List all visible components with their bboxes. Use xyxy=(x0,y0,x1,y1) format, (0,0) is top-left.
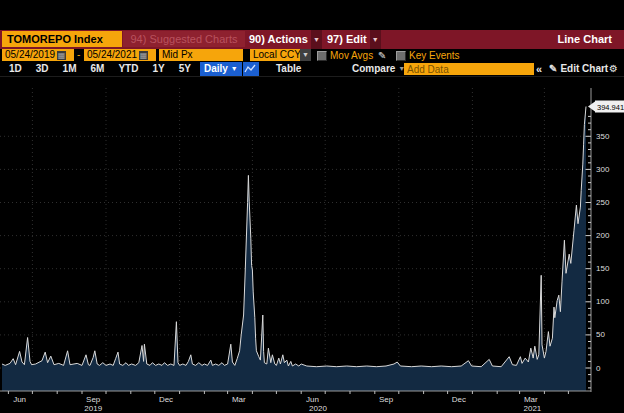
range-tab-6m[interactable]: 6M xyxy=(84,62,112,76)
chart-toolbar: 1D3D1M6MYTD1Y5YMax Daily ▼ Table Compare… xyxy=(0,62,624,77)
currency-select[interactable]: Local CCY xyxy=(250,49,300,61)
area-fill xyxy=(2,107,586,392)
price-line xyxy=(2,107,586,367)
price-field-select[interactable]: Mid Px xyxy=(159,49,243,61)
x-month-label: Sep xyxy=(86,395,101,404)
period-select[interactable]: Daily ▼ xyxy=(200,62,242,76)
chart-svg: 050100150200250300350JunSepDecMarJunSepD… xyxy=(0,76,624,413)
calendar-icon[interactable]: ▦ xyxy=(139,51,148,60)
range-tab-3d[interactable]: 3D xyxy=(29,62,56,76)
last-price-label: 394.941 xyxy=(597,103,624,112)
date-range-dash: - xyxy=(77,49,80,61)
y-tick-label: 200 xyxy=(596,231,610,240)
date-from-field[interactable]: 05/24/2019▦ xyxy=(2,49,74,61)
mov-avgs-checkbox[interactable] xyxy=(317,51,327,61)
mov-avgs-pencil-icon[interactable]: ✎ xyxy=(378,49,386,62)
x-month-label: Jun xyxy=(13,395,26,404)
caret-down-icon: ▼ xyxy=(311,30,322,49)
y-tick-label: 350 xyxy=(596,132,610,141)
range-tab-ytd[interactable]: YTD xyxy=(111,62,145,76)
x-year-label: 2021 xyxy=(524,404,542,413)
x-year-label: 2020 xyxy=(309,404,327,413)
x-month-label: Sep xyxy=(379,395,394,404)
x-month-label: Mar xyxy=(232,395,246,404)
y-tick-label: 150 xyxy=(596,264,610,273)
table-button[interactable]: Table xyxy=(276,62,301,76)
settings-gear-button[interactable]: ⚙ xyxy=(609,62,618,76)
line-chart-type-button[interactable] xyxy=(243,62,259,76)
compare-button[interactable]: Compare▼ xyxy=(352,62,405,76)
add-data-input[interactable] xyxy=(404,63,534,75)
x-month-label: Jun xyxy=(306,395,319,404)
key-events-checkbox[interactable] xyxy=(396,51,406,61)
key-events-label: Key Events xyxy=(409,49,460,62)
x-month-label: Dec xyxy=(452,395,466,404)
view-label: Line Chart xyxy=(558,30,612,49)
title-bar: TOMOREPO Index 94) Suggested Charts 90) … xyxy=(0,30,624,49)
date-to-field[interactable]: 05/24/2021▦ xyxy=(84,49,156,61)
suggested-charts-button[interactable]: 94) Suggested Charts xyxy=(123,31,245,47)
range-tab-5y[interactable]: 5Y xyxy=(172,62,198,76)
security-field[interactable]: TOMOREPO Index xyxy=(2,31,122,47)
range-tab-1d[interactable]: 1D xyxy=(2,62,29,76)
edit-button[interactable]: 97) Edit▼ xyxy=(327,30,381,49)
range-tab-1y[interactable]: 1Y xyxy=(145,62,171,76)
y-tick-label: 100 xyxy=(596,297,610,306)
pencil-icon: ✎ xyxy=(549,63,557,74)
x-month-label: Dec xyxy=(159,395,173,404)
y-tick-label: 50 xyxy=(596,330,605,339)
range-tab-1m[interactable]: 1M xyxy=(56,62,84,76)
y-tick-label: 250 xyxy=(596,198,610,207)
collapse-button[interactable]: « xyxy=(536,62,542,76)
price-chart-plot[interactable]: 050100150200250300350JunSepDecMarJunSepD… xyxy=(0,76,624,413)
settings-row: 05/24/2019▦ - 05/24/2021▦ Mid Px Local C… xyxy=(0,49,624,62)
edit-chart-button[interactable]: ✎Edit Chart xyxy=(549,62,608,76)
mov-avgs-label: Mov Avgs xyxy=(330,49,373,62)
x-year-label: 2019 xyxy=(84,404,102,413)
calendar-icon[interactable]: ▦ xyxy=(57,51,66,60)
currency-dropdown-button[interactable]: ▼ xyxy=(300,49,311,61)
y-tick-label: 0 xyxy=(596,364,601,373)
x-month-label: Mar xyxy=(524,395,538,404)
range-tabs: 1D3D1M6MYTD1Y5YMax xyxy=(2,62,231,76)
line-chart-icon xyxy=(244,64,256,74)
last-price-marker: 394.941 xyxy=(588,101,624,113)
actions-button[interactable]: 90) Actions▼ xyxy=(249,30,322,49)
y-tick-label: 300 xyxy=(596,165,610,174)
caret-down-icon: ▼ xyxy=(370,30,381,49)
